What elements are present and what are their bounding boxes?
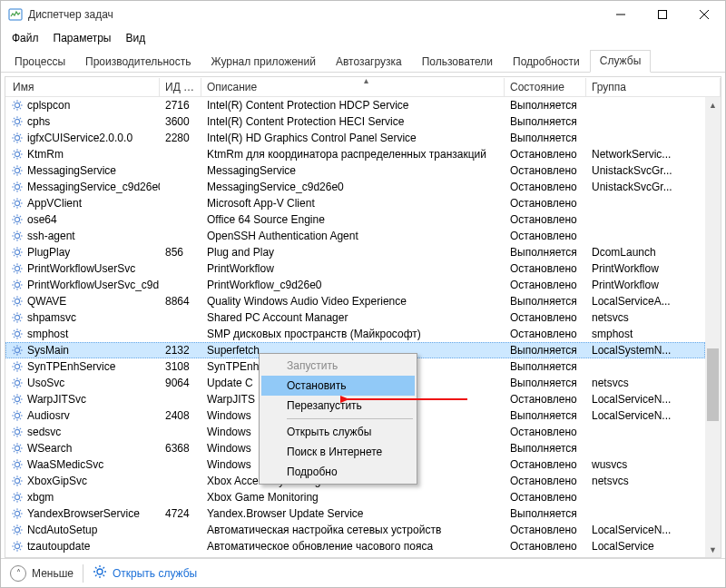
tab-performance[interactable]: Производительность <box>75 51 201 73</box>
ctx-stop[interactable]: Остановить <box>261 376 415 396</box>
menu-file[interactable]: Файл <box>5 30 46 46</box>
table-row[interactable]: KtmRmKtmRm для координатора распределенн… <box>5 146 705 162</box>
table-row[interactable]: QWAVE8864Quality Windows Audio Video Exp… <box>5 293 705 309</box>
cell-name: tzautoupdate <box>27 540 90 553</box>
tab-apphistory[interactable]: Журнал приложений <box>201 51 326 73</box>
svg-line-64 <box>14 200 15 201</box>
table-row[interactable]: YandexBrowserService4724Yandex.Browser U… <box>5 505 705 522</box>
cell-desc: Xbox Game Monitoring <box>201 491 505 504</box>
table-row[interactable]: shpamsvcShared PC Account ManagerОстанов… <box>5 309 705 326</box>
scroll-thumb[interactable] <box>707 348 719 421</box>
open-services-link[interactable]: Открыть службы <box>93 564 197 582</box>
service-icon <box>11 132 24 144</box>
menu-view[interactable]: Вид <box>118 30 152 46</box>
close-button[interactable] <box>683 1 725 28</box>
table-row[interactable]: MessagingService_c9d26e0MessagingService… <box>5 179 705 195</box>
table-row[interactable]: cplspcon2716Intel(R) Content Protection … <box>5 97 705 113</box>
table-row[interactable]: MessagingServiceMessagingServiceОстановл… <box>5 162 705 179</box>
col-header-desc[interactable]: Описание <box>201 78 505 96</box>
services-list: Имя ИД п... Описание Состояние Группа ▴ … <box>5 76 721 558</box>
tab-bar: Процессы Производительность Журнал прило… <box>1 47 725 73</box>
svg-line-183 <box>20 412 21 413</box>
cell-name: ssh-agent <box>27 230 75 242</box>
table-row[interactable]: WwanSvcАвтонастройка WWANОстановленоLoca… <box>5 554 705 557</box>
table-row[interactable]: ose64Office 64 Source EngineОстановлено <box>5 211 705 228</box>
ctx-details[interactable]: Подробно <box>261 462 415 482</box>
tab-users[interactable]: Пользователи <box>412 51 503 73</box>
minimize-button[interactable] <box>600 1 642 28</box>
svg-line-275 <box>95 575 97 577</box>
svg-line-11 <box>20 108 21 109</box>
table-row[interactable]: AppVClientMicrosoft App-V ClientОстановл… <box>5 195 705 211</box>
cell-pid: 2716 <box>160 99 201 112</box>
svg-line-184 <box>14 418 15 419</box>
svg-line-238 <box>14 516 15 517</box>
cell-desc: Автоматическая настройка сетевых устройс… <box>201 524 505 536</box>
col-header-state[interactable]: Состояние <box>505 78 586 96</box>
service-icon <box>11 344 24 357</box>
svg-line-22 <box>14 124 15 125</box>
ctx-search-online[interactable]: Поиск в Интернете <box>261 442 415 462</box>
ctx-restart[interactable]: Перезапустить <box>261 396 415 416</box>
col-header-name[interactable]: Имя <box>5 78 160 96</box>
maximize-button[interactable] <box>642 1 683 28</box>
svg-point-113 <box>15 299 19 303</box>
svg-line-130 <box>14 320 15 321</box>
fewer-details-button[interactable]: ˄ Меньше <box>10 565 74 582</box>
svg-line-10 <box>14 102 15 103</box>
table-row[interactable]: ssh-agentOpenSSH Authentication AgentОст… <box>5 228 705 244</box>
svg-line-174 <box>20 396 21 397</box>
ctx-start[interactable]: Запустить <box>261 356 415 376</box>
status-divider <box>83 564 83 583</box>
svg-line-226 <box>14 494 15 495</box>
tab-processes[interactable]: Процессы <box>5 51 75 73</box>
scroll-down-button[interactable]: ▼ <box>705 542 721 557</box>
chevron-up-icon: ˄ <box>10 565 26 582</box>
col-header-group[interactable]: Группа <box>586 78 721 96</box>
table-row[interactable]: xbgmXbox Game MonitoringОстановлено <box>5 489 705 505</box>
col-header-pid[interactable]: ИД п... <box>160 78 201 96</box>
tab-startup[interactable]: Автозагрузка <box>326 51 412 73</box>
svg-line-118 <box>14 298 15 299</box>
cell-state: Выполняется <box>505 507 586 520</box>
tab-services[interactable]: Службы <box>590 50 651 73</box>
svg-line-76 <box>14 222 15 223</box>
table-row[interactable]: PrintWorkflowUserSvc_c9d...PrintWorkflow… <box>5 277 705 293</box>
cell-state: Остановлено <box>505 197 586 210</box>
table-row[interactable]: igfxCUIService2.0.0.02280Intel(R) HD Gra… <box>5 130 705 146</box>
svg-point-23 <box>15 135 19 140</box>
gear-icon <box>93 564 107 582</box>
svg-line-57 <box>20 183 21 184</box>
cell-state: Остановлено <box>505 181 586 193</box>
cell-group: LocalServiceN... <box>586 393 705 406</box>
svg-point-41 <box>15 168 19 172</box>
svg-line-166 <box>14 386 15 387</box>
svg-line-227 <box>20 500 21 501</box>
cell-group: smphost <box>586 328 705 340</box>
service-icon <box>11 360 24 373</box>
svg-line-201 <box>20 445 21 446</box>
table-row[interactable]: smphostSMP дисковых пространств (Майкрос… <box>5 326 705 342</box>
cell-group: LocalServiceA... <box>586 295 705 308</box>
table-row[interactable]: cphs3600Intel(R) Content Protection HECI… <box>5 113 705 130</box>
cell-desc: PrintWorkflow <box>201 262 505 275</box>
ctx-open-services[interactable]: Открыть службы <box>261 422 415 442</box>
table-row[interactable]: NcdAutoSetupАвтоматическая настройка сет… <box>5 522 705 538</box>
service-icon <box>11 246 24 259</box>
svg-point-149 <box>15 364 19 368</box>
service-icon <box>11 442 24 455</box>
vertical-scrollbar[interactable]: ▲ ▼ <box>705 97 721 557</box>
menu-options[interactable]: Параметры <box>46 30 119 46</box>
app-icon <box>8 7 23 22</box>
svg-line-190 <box>14 428 15 429</box>
tab-details[interactable]: Подробности <box>503 51 590 73</box>
scroll-up-button[interactable]: ▲ <box>705 97 721 113</box>
table-row[interactable]: tzautoupdateАвтоматическое обновление ча… <box>5 538 705 554</box>
cell-desc: MessagingService <box>201 164 505 177</box>
table-row[interactable]: PrintWorkflowUserSvcPrintWorkflowОстанов… <box>5 260 705 277</box>
svg-point-185 <box>15 429 19 434</box>
cell-name: cphs <box>27 115 50 128</box>
cell-name: WwanSvc <box>27 556 75 557</box>
scroll-track[interactable] <box>705 113 721 542</box>
table-row[interactable]: PlugPlay856Plug and PlayВыполняетсяDcomL… <box>5 244 705 260</box>
